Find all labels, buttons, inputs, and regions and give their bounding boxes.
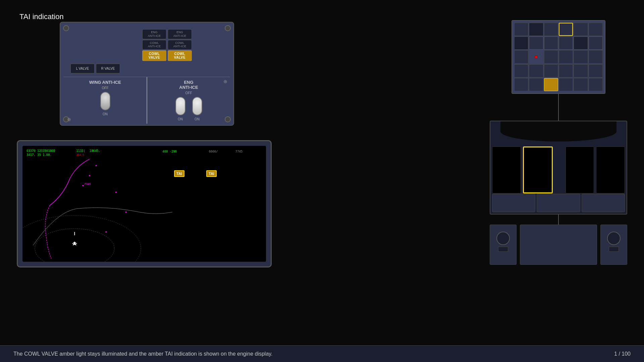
wing-switch-area: OFF ON: [67, 86, 143, 116]
cockpit-view: [490, 121, 627, 214]
throttle-knob-left: [496, 232, 510, 245]
cowl-valve-1-btn[interactable]: COWL VALVE: [142, 50, 166, 61]
speed-panel: [582, 194, 625, 212]
center-displays: [555, 153, 563, 187]
svg-point-8: [82, 185, 84, 186]
wing-on-label: ON: [103, 112, 108, 116]
overhead-cell-2-3: [544, 37, 558, 50]
overhead-cell-3-1: [514, 50, 528, 63]
tai-badge-1-container: TAI: [174, 170, 184, 177]
page-counter: 1 / 100: [614, 351, 631, 357]
nav-display-wrapper: 03370 123350180D 3417, 35 1.80. 1133| 39…: [17, 140, 272, 267]
svg-point-13: [105, 231, 107, 233]
overhead-cell-5-2: [529, 78, 543, 91]
r-valve-btn[interactable]: R VALVE: [96, 64, 120, 73]
overhead-cell-5-6: [589, 78, 603, 91]
panel-screw-tr: [225, 25, 231, 31]
eng-off-label: OFF: [151, 91, 227, 95]
throttle-control-left: [498, 247, 508, 252]
pedestal-row: [490, 225, 627, 265]
wing-toggle-switch[interactable]: [100, 92, 110, 110]
overhead-cell-3-6: [589, 50, 603, 63]
eng-anti-ice-2-btn[interactable]: ENGANTI-ICE: [168, 29, 192, 39]
overhead-cell-4-1: [514, 64, 528, 77]
throttle-control-right: [609, 247, 619, 252]
cowl-valve-2-btn[interactable]: COWL VALVE: [168, 50, 192, 61]
overhead-cell-4-5: [574, 64, 588, 77]
svg-text:7745: 7745: [235, 150, 243, 153]
throttle-knob-right: [607, 232, 621, 245]
overhead-cell-3-3: [544, 50, 558, 63]
overhead-cell-1-6: [589, 23, 603, 36]
plus-icon-wing-bl: ⊕: [67, 117, 71, 122]
overhead-cell-3-5: [574, 50, 588, 63]
overhead-amber-cell: [544, 78, 558, 91]
nav-display-svg: 03370 123350180D 3417, 35 1.80. 1133| 39…: [22, 146, 266, 262]
eng2-toggle-switch[interactable]: [192, 97, 202, 115]
lower-controls: [492, 194, 625, 212]
overhead-panel: [512, 20, 605, 94]
tai-badge-2: TAI: [206, 170, 217, 177]
plus-icon-eng-tr: ⊕: [223, 79, 227, 84]
overhead-cell-1-2: [529, 23, 543, 36]
svg-rect-0: [23, 146, 265, 262]
overhead-cell-2-1: [514, 37, 528, 50]
svg-point-12: [125, 212, 127, 213]
wing-anti-ice-section: WING ANTI-ICE OFF ON ⊕: [64, 77, 147, 124]
instrument-row: [492, 143, 625, 197]
connector-line-2: [558, 215, 559, 225]
svg-text:1133|: 1133|: [76, 149, 85, 153]
left-throttle-panel: [490, 225, 517, 265]
overhead-highlighted-cell: [559, 23, 573, 36]
overhead-cell-5-1: [514, 78, 528, 91]
eng1-button-group: ENGANTI-ICE COWLANTI-ICE COWL VALVE: [142, 29, 166, 61]
eng2-button-group: ENGANTI-ICE COWLANTI-ICE COWL VALVE: [168, 29, 192, 61]
nd-1-highlighted: [523, 146, 553, 193]
eng2-on-label: ON: [195, 117, 200, 121]
pfd-1: [492, 146, 521, 193]
eng1-toggle-switch[interactable]: [175, 97, 185, 115]
fmc-panel: [537, 194, 580, 212]
fcpc-panel: [492, 194, 535, 212]
cockpit-overview: [490, 20, 627, 255]
overhead-cell-2-2: [529, 37, 543, 50]
main-instrument-panel: [490, 121, 627, 215]
svg-text:394.5: 394.5: [76, 154, 84, 157]
svg-text:03370 123350180D: 03370 123350180D: [26, 149, 55, 153]
overhead-cell-4-4: [559, 64, 573, 77]
wing-off-label: OFF: [102, 86, 109, 90]
anti-ice-panel: ENGANTI-ICE COWLANTI-ICE COWL VALVE ENGA…: [60, 22, 234, 126]
l-valve-btn[interactable]: L VALVE: [70, 64, 95, 73]
panel-screw-tl: [63, 25, 69, 31]
overhead-cell-5-5: [574, 78, 588, 91]
overhead-cell-2-6: [589, 37, 603, 50]
status-message: The COWL VALVE amber light stays illumin…: [13, 351, 273, 357]
eng-anti-ice-1-btn[interactable]: ENGANTI-ICE: [142, 29, 166, 39]
right-throttle-panel: [600, 225, 627, 265]
svg-text:6666/: 6666/: [209, 150, 218, 153]
nav-display-inner: 03370 123350180D 3417, 35 1.80. 1133| 39…: [22, 146, 266, 262]
overhead-cell-1-5: [574, 23, 588, 36]
overhead-cell-4-2: [529, 64, 543, 77]
svg-point-11: [115, 191, 117, 193]
cowl-anti-ice-1-btn[interactable]: COWLANTI-ICE: [142, 40, 166, 50]
eng-anti-ice-section: ENGANTI-ICE OFF ON ON ⊕: [147, 77, 230, 124]
eng1-switch-area: ON: [175, 96, 185, 121]
svg-text:400   -290: 400 -290: [162, 150, 177, 153]
cowl-anti-ice-2-btn[interactable]: COWLANTI-ICE: [168, 40, 192, 50]
nd-2: [566, 146, 594, 193]
svg-text:3417, 35  1.80.: 3417, 35 1.80.: [26, 153, 52, 157]
tai-badge-1: TAI: [174, 170, 184, 177]
eng-anti-ice-title: ENGANTI-ICE: [151, 80, 227, 90]
windshield-area: [500, 121, 616, 141]
overhead-cell-2-4: [559, 37, 573, 50]
eng1-on-label: ON: [178, 117, 183, 121]
valve-button-row: L VALVE R VALVE: [64, 64, 230, 73]
svg-point-9: [89, 175, 90, 176]
center-pedestal-panel: [520, 225, 597, 265]
overhead-cell-3-2: [535, 56, 537, 58]
eng2-switch-area: ON: [192, 96, 202, 121]
overhead-cell-3-4: [559, 50, 573, 63]
connector-line-1: [558, 94, 559, 121]
svg-point-10: [96, 165, 97, 166]
